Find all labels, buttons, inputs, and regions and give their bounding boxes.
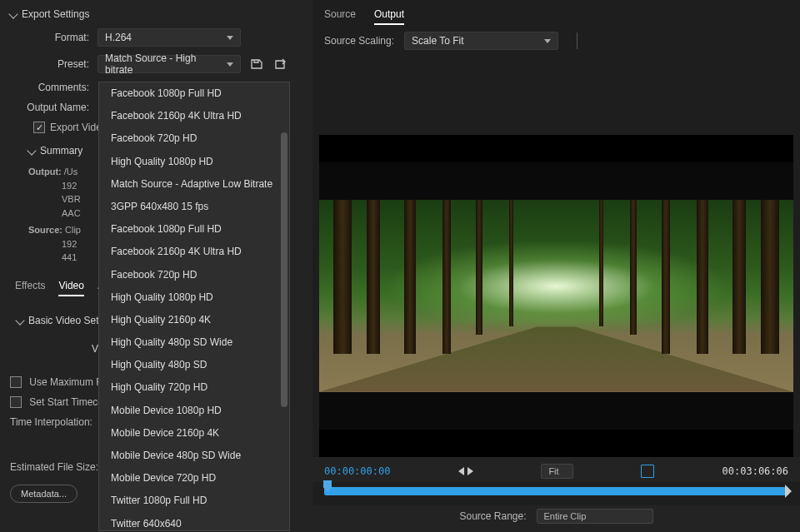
preview-image (319, 200, 793, 391)
zoom-value: Fit (548, 466, 558, 476)
next-frame-icon[interactable] (468, 467, 473, 475)
timeline[interactable] (324, 487, 788, 495)
dropdown-scrollbar[interactable] (281, 132, 288, 407)
format-select[interactable]: H.264 (98, 28, 241, 47)
comments-label: Comments: (10, 82, 98, 93)
use-max-render-checkbox[interactable] (10, 376, 22, 388)
output-name-label: Output Name: (10, 102, 98, 113)
out-marker[interactable] (785, 485, 792, 498)
chevron-down-icon (8, 9, 18, 18)
preset-option[interactable]: Facebook 2160p 4K Ultra HD (99, 241, 289, 263)
timecode-in[interactable]: 00:00:00:00 (324, 465, 390, 477)
timecode-out: 00:03:06:06 (722, 465, 788, 477)
import-preset-icon[interactable] (272, 57, 288, 72)
preset-option[interactable]: Facebook 1080p Full HD (99, 218, 289, 241)
preset-option[interactable]: Facebook 1080p Full HD (99, 82, 289, 105)
preset-dropdown-list[interactable]: Facebook 1080p Full HDFacebook 2160p 4K … (98, 82, 290, 531)
format-value: H.264 (105, 32, 132, 43)
preview-controls: 00:00:00:00 Fit 00:03:06:06 (312, 457, 800, 482)
source-scaling-value: Scale To Fit (412, 35, 463, 47)
export-video-checkbox[interactable] (33, 122, 45, 133)
preset-option[interactable]: High Quality 480p SD (99, 354, 289, 376)
preset-value: Match Source - High bitrate (105, 52, 227, 76)
preset-option[interactable]: 3GPP 640x480 15 fps (99, 196, 289, 218)
divider (577, 32, 578, 49)
preset-option[interactable]: High Quality 2160p 4K (99, 309, 289, 331)
estimated-size-label: Estimated File Size: (10, 461, 98, 473)
prev-frame-icon[interactable] (458, 467, 464, 475)
preset-option[interactable]: Facebook 720p HD (99, 264, 289, 286)
set-start-timecode-checkbox[interactable] (10, 396, 22, 408)
chevron-down-icon (27, 146, 36, 155)
source-heading: Source: (28, 225, 62, 235)
preset-option[interactable]: Mobile Device 1080p HD (99, 400, 289, 422)
preset-option[interactable]: Mobile Device 2160p 4K (99, 422, 289, 445)
format-label: Format: (10, 32, 98, 43)
source-range-value: Entire Clip (544, 511, 587, 521)
preview-panel: Source Output Source Scaling: Scale To F… (312, 0, 800, 532)
summary-title: Summary (40, 145, 82, 157)
output-heading: Output: (28, 167, 62, 177)
export-settings-title: Export Settings (22, 8, 89, 20)
tab-video[interactable]: Video (58, 280, 83, 296)
preset-option[interactable]: Mobile Device 480p SD Wide (99, 445, 289, 467)
playhead[interactable] (323, 480, 332, 492)
time-interp-label: Time Interpolation: (10, 416, 92, 428)
source-scaling-label: Source Scaling: (324, 35, 394, 47)
preset-option[interactable]: Match Source - Adaptive Low Bitrate (99, 173, 289, 196)
tab-source[interactable]: Source (324, 8, 356, 25)
source-range-select[interactable]: Entire Clip (537, 509, 653, 524)
save-preset-icon[interactable] (249, 57, 264, 72)
export-settings-panel: Export Settings Format: H.264 Preset: Ma… (0, 0, 312, 532)
preview-tabs: Source Output (312, 0, 800, 28)
export-settings-header[interactable]: Export Settings (10, 8, 302, 20)
crop-icon[interactable] (641, 465, 654, 478)
chevron-down-icon (227, 36, 233, 40)
chevron-down-icon (544, 39, 551, 43)
chevron-down-icon (15, 316, 24, 325)
preset-option[interactable]: High Quality 720p HD (99, 376, 289, 399)
preset-select[interactable]: Match Source - High bitrate (98, 55, 241, 73)
preset-option[interactable]: Twitter 640x640 (99, 513, 289, 531)
preset-option[interactable]: High Quality 1080p HD (99, 151, 289, 173)
chevron-down-icon (227, 62, 233, 67)
basic-video-title: Basic Video Setti (28, 315, 104, 326)
tab-effects[interactable]: Effects (15, 280, 45, 296)
tab-output[interactable]: Output (374, 8, 404, 25)
video-preview[interactable] (319, 135, 793, 457)
metadata-button[interactable]: Metadata... (10, 485, 78, 503)
preset-option[interactable]: High Quality 1080p HD (99, 286, 289, 309)
preset-label: Preset: (10, 58, 98, 70)
preset-option[interactable]: Facebook 720p HD (99, 127, 289, 150)
preset-option[interactable]: Mobile Device 720p HD (99, 467, 289, 490)
preset-option[interactable]: High Quality 480p SD Wide (99, 331, 289, 354)
zoom-select[interactable]: Fit (541, 464, 572, 479)
source-range-label: Source Range: (459, 510, 526, 522)
source-scaling-select[interactable]: Scale To Fit (404, 32, 558, 50)
preset-option[interactable]: Twitter 1080p Full HD (99, 490, 289, 512)
preset-option[interactable]: Facebook 2160p 4K Ultra HD (99, 105, 289, 127)
